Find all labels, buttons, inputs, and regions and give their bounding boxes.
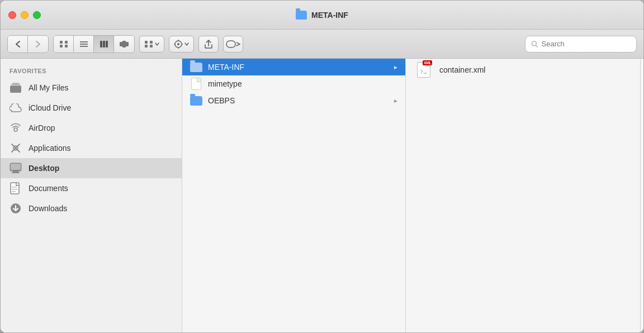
svg-line-24 <box>236 42 240 44</box>
action-button[interactable] <box>169 36 194 53</box>
sidebar-item-airdrop[interactable]: AirDrop <box>1 118 182 138</box>
sidebar-item-downloads-label: Downloads <box>29 204 67 213</box>
arrange-button[interactable] <box>139 36 164 53</box>
svg-line-25 <box>236 44 240 46</box>
minimize-button[interactable] <box>21 11 29 19</box>
svg-rect-7 <box>100 41 102 47</box>
svg-rect-2 <box>60 45 63 47</box>
search-icon <box>531 40 538 48</box>
sidebar-item-airdrop-label: AirDrop <box>29 123 55 132</box>
list-item[interactable]: META-INF ► <box>182 59 405 75</box>
column-view-button[interactable] <box>94 36 114 53</box>
svg-rect-14 <box>150 41 153 44</box>
svg-rect-15 <box>145 45 148 47</box>
documents-icon <box>10 182 22 194</box>
file-item-label: OEBPS <box>208 96 235 105</box>
cloud-icon <box>10 102 22 114</box>
tag-button[interactable] <box>223 36 243 53</box>
list-item[interactable]: OEBPS ► <box>182 92 405 109</box>
close-button[interactable] <box>8 11 16 19</box>
window-title-text: META-INF <box>311 11 348 20</box>
sidebar-item-all-my-files-label: All My Files <box>29 83 69 92</box>
svg-point-18 <box>177 43 179 45</box>
file-item-label: mimetype <box>208 79 242 88</box>
title-bar: META-INF <box>1 1 643 30</box>
window-title: META-INF <box>296 11 348 20</box>
sidebar-item-downloads[interactable]: Downloads <box>1 198 182 218</box>
svg-rect-37 <box>11 164 21 170</box>
list-view-button[interactable] <box>74 36 94 53</box>
view-buttons <box>53 35 135 53</box>
folder-icon <box>190 62 202 72</box>
svg-rect-40 <box>11 183 19 194</box>
sidebar-item-icloud-drive[interactable]: iCloud Drive <box>1 98 182 118</box>
svg-rect-30 <box>12 83 19 84</box>
finder-window: META-INF <box>0 0 644 333</box>
coverflow-view-button[interactable] <box>114 36 134 53</box>
file-item-label: container.xml <box>439 65 485 74</box>
chevron-right-icon: ► <box>393 64 399 70</box>
file-item-label: META-INF <box>208 63 244 72</box>
list-item[interactable]: mimetype <box>182 75 405 92</box>
sidebar-item-applications[interactable]: Applications <box>1 138 182 158</box>
svg-rect-29 <box>11 84 20 85</box>
nav-buttons <box>7 35 49 53</box>
traffic-lights <box>8 11 41 19</box>
doc-icon <box>190 79 202 89</box>
column-view: META-INF ► mimetype OEBPS ► <box>182 59 643 332</box>
sidebar-item-documents[interactable]: Documents <box>1 178 182 198</box>
sidebar-item-icloud-drive-label: iCloud Drive <box>29 103 71 112</box>
sidebar-item-desktop-label: Desktop <box>29 164 59 173</box>
downloads-icon <box>10 202 22 215</box>
svg-rect-8 <box>103 41 105 47</box>
svg-rect-38 <box>13 171 18 172</box>
svg-point-31 <box>14 128 17 131</box>
forward-button[interactable] <box>28 36 48 53</box>
svg-rect-42 <box>12 189 18 190</box>
list-item[interactable]: XML container.xml <box>406 59 640 81</box>
column-1: META-INF ► mimetype OEBPS ► <box>182 59 406 332</box>
title-folder-icon <box>296 11 307 20</box>
svg-rect-3 <box>65 45 68 47</box>
svg-rect-13 <box>145 41 148 44</box>
column-2: XML container.xml <box>406 59 641 332</box>
chevron-right-icon: ► <box>393 98 399 104</box>
sidebar: Favorites All My Files <box>1 59 182 332</box>
sidebar-item-documents-label: Documents <box>29 184 68 193</box>
svg-rect-39 <box>12 172 20 173</box>
svg-rect-41 <box>12 187 17 188</box>
airdrop-icon <box>10 122 22 134</box>
search-input[interactable] <box>542 40 631 48</box>
svg-rect-0 <box>60 41 63 44</box>
svg-rect-23 <box>226 41 235 47</box>
share-button[interactable] <box>198 36 219 53</box>
sidebar-item-all-my-files[interactable]: All My Files <box>1 78 182 98</box>
svg-rect-1 <box>65 41 68 44</box>
svg-rect-16 <box>150 45 153 47</box>
sidebar-item-applications-label: Applications <box>29 144 71 153</box>
svg-rect-28 <box>10 85 21 93</box>
search-box[interactable] <box>525 36 637 53</box>
svg-rect-43 <box>12 191 16 192</box>
main-content: Favorites All My Files <box>1 59 643 332</box>
svg-rect-12 <box>125 42 129 46</box>
back-button[interactable] <box>8 36 28 53</box>
svg-rect-9 <box>106 41 108 47</box>
toolbar <box>1 30 643 59</box>
desktop-icon <box>10 162 22 174</box>
sidebar-section-favorites: Favorites <box>1 65 182 78</box>
applications-icon <box>10 142 22 154</box>
svg-line-27 <box>536 45 538 47</box>
folder-icon <box>190 96 202 106</box>
maximize-button[interactable] <box>33 11 41 19</box>
xml-file-icon: XML <box>414 62 434 78</box>
icon-view-button[interactable] <box>54 36 74 53</box>
sidebar-item-desktop[interactable]: Desktop <box>1 158 182 178</box>
stack-icon <box>10 82 22 94</box>
